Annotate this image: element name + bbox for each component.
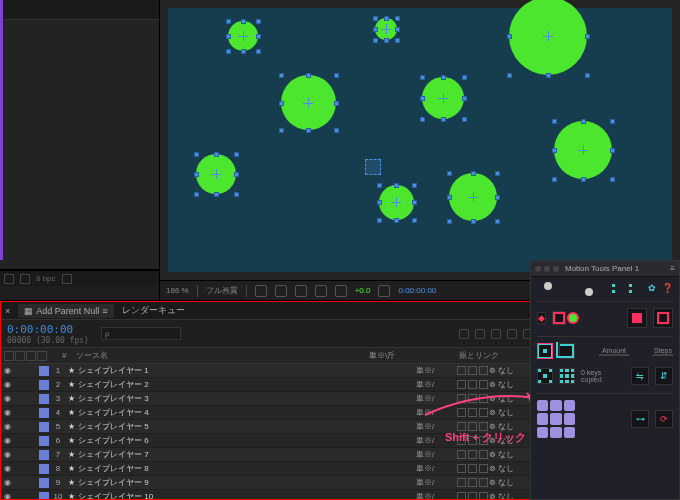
lock-column-icon[interactable] [37, 351, 47, 361]
selection-handle[interactable] [373, 16, 378, 21]
selection-handle[interactable] [395, 38, 400, 43]
selection-handle[interactable] [412, 200, 417, 205]
selection-handle[interactable] [581, 119, 586, 124]
viewport-icon[interactable] [315, 285, 327, 297]
tab-menu-icon[interactable]: ≡ [102, 306, 107, 316]
selection-handle[interactable] [194, 152, 199, 157]
grid-tool[interactable] [559, 368, 575, 384]
selection-handle[interactable] [384, 16, 389, 21]
selection-handle[interactable] [194, 172, 199, 177]
layer-name[interactable]: シェイプレイヤー 8 [78, 463, 416, 474]
selection-handle[interactable] [441, 75, 446, 80]
visibility-toggle[interactable]: ◉ [1, 492, 13, 499]
label-color[interactable] [39, 450, 49, 460]
selection-handle[interactable] [420, 117, 425, 122]
selection-handle[interactable] [395, 16, 400, 21]
viewport-icon[interactable] [378, 285, 390, 297]
layer-row[interactable]: ◉ 1 ★ シェイプレイヤー 1 単※/ ⊚なし⌄ [1, 364, 539, 378]
composition-tab[interactable]: ▦ Add Parent Null ≡ [18, 304, 113, 318]
footer-icon[interactable] [4, 274, 14, 284]
selection-handle[interactable] [462, 96, 467, 101]
selection-handle[interactable] [334, 73, 339, 78]
panel-header[interactable]: Motion Tools Panel 1 ≡ [531, 261, 679, 277]
visibility-toggle[interactable]: ◉ [1, 422, 13, 431]
switch-3[interactable] [479, 464, 488, 473]
selection-handle[interactable] [412, 183, 417, 188]
layer-mode[interactable]: 単※/ [416, 379, 456, 390]
label-color[interactable] [39, 366, 49, 376]
bpc-label[interactable]: 8 bpc [36, 274, 56, 283]
viewport-timecode[interactable]: 0:00:00:00 [398, 286, 436, 295]
selection-handle[interactable] [394, 183, 399, 188]
selection-handle[interactable] [610, 148, 615, 153]
switch-3[interactable] [479, 492, 488, 499]
source-column[interactable]: ソース名 [76, 350, 369, 361]
canvas[interactable] [168, 8, 672, 272]
selection-handle[interactable] [447, 171, 452, 176]
header-icon[interactable] [475, 329, 485, 339]
layer-search-input[interactable] [101, 327, 181, 340]
visibility-toggle[interactable]: ◉ [1, 450, 13, 459]
flip-h-tool[interactable]: ⇋ [631, 367, 649, 385]
circle-tool[interactable] [572, 317, 574, 319]
label-color[interactable] [39, 394, 49, 404]
switch-1[interactable] [457, 408, 466, 417]
selection-handle[interactable] [441, 117, 446, 122]
header-icon[interactable] [507, 329, 517, 339]
switch-3[interactable] [479, 380, 488, 389]
viewport-icon[interactable] [295, 285, 307, 297]
selection-handle[interactable] [234, 152, 239, 157]
selection-handle[interactable] [552, 119, 557, 124]
switch-2[interactable] [468, 464, 477, 473]
label-color[interactable] [39, 492, 49, 500]
selection-handle[interactable] [462, 117, 467, 122]
switch-3[interactable] [479, 408, 488, 417]
layer-name[interactable]: シェイプレイヤー 1 [78, 365, 416, 376]
switch-2[interactable] [468, 478, 477, 487]
selection-handle[interactable] [395, 27, 400, 32]
selection-handle[interactable] [377, 183, 382, 188]
gear-icon[interactable]: ✿ [648, 283, 656, 293]
switch-2[interactable] [468, 380, 477, 389]
selection-handle[interactable] [377, 200, 382, 205]
layer-mode[interactable]: 単※/ [416, 477, 456, 488]
selection-handle[interactable] [256, 34, 261, 39]
viewport-icon[interactable] [335, 285, 347, 297]
switch-1[interactable] [457, 436, 466, 445]
layer-name[interactable]: シェイプレイヤー 7 [78, 449, 416, 460]
selection-handle[interactable] [552, 148, 557, 153]
switch-1[interactable] [457, 478, 466, 487]
layer-row[interactable]: ◉ 4 ★ シェイプレイヤー 4 単※/ ⊚なし⌄ [1, 406, 539, 420]
selection-handle[interactable] [226, 49, 231, 54]
layer-mode[interactable]: 単※/ [416, 449, 456, 460]
selection-handle[interactable] [412, 218, 417, 223]
selection-handle[interactable] [384, 38, 389, 43]
selection-handle[interactable] [214, 152, 219, 157]
selection-handle[interactable] [610, 177, 615, 182]
visibility-toggle[interactable]: ◉ [1, 408, 13, 417]
switch-1[interactable] [457, 422, 466, 431]
selection-handle[interactable] [552, 177, 557, 182]
selection-handle[interactable] [377, 218, 382, 223]
selection-handle[interactable] [334, 128, 339, 133]
switch-2[interactable] [468, 394, 477, 403]
layer-mode[interactable]: 単※/ [416, 491, 456, 499]
anchor-center-tool[interactable] [537, 343, 553, 359]
visibility-toggle[interactable]: ◉ [1, 366, 13, 375]
layer-mode[interactable]: 単※/ [416, 421, 456, 432]
switch-3[interactable] [479, 422, 488, 431]
layer-row[interactable]: ◉ 9 ★ シェイプレイヤー 9 単※/ ⊚なし⌄ [1, 476, 539, 490]
layer-row[interactable]: ◉ 10 ★ シェイプレイヤー 10 単※/ ⊚なし⌄ [1, 490, 539, 499]
header-icon[interactable] [459, 329, 469, 339]
visibility-column-icon[interactable] [4, 351, 14, 361]
footer-icon[interactable] [62, 274, 72, 284]
exposure-label[interactable]: +0.0 [355, 286, 371, 295]
selection-handle[interactable] [471, 219, 476, 224]
layer-name[interactable]: シェイプレイヤー 5 [78, 421, 416, 432]
switch-1[interactable] [457, 394, 466, 403]
layer-name[interactable]: シェイプレイヤー 4 [78, 407, 416, 418]
selection-handle[interactable] [447, 195, 452, 200]
selection-handle[interactable] [420, 75, 425, 80]
panel-menu-icon[interactable]: ≡ [670, 264, 675, 273]
switch-2[interactable] [468, 422, 477, 431]
